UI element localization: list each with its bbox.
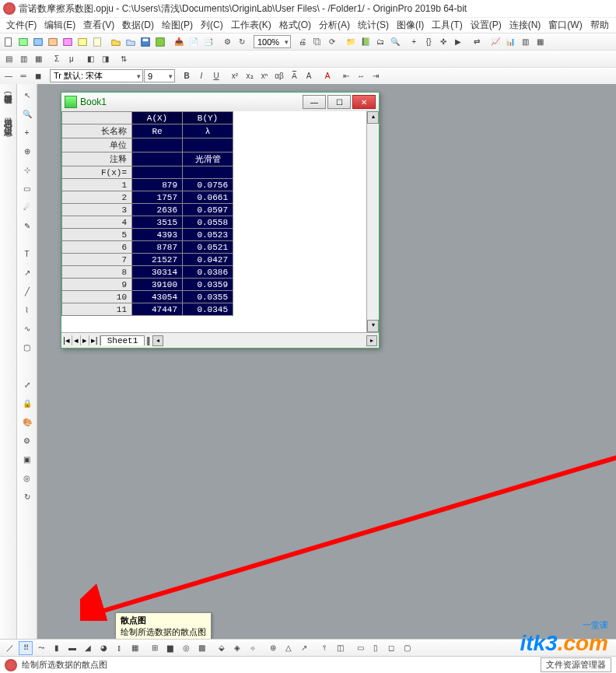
new-excel-icon[interactable]: [31, 35, 45, 49]
superscript-icon[interactable]: x²: [228, 69, 242, 83]
template-icon[interactable]: ▣: [19, 451, 35, 467]
hscroll-right[interactable]: ▸: [366, 335, 377, 346]
menu-column[interactable]: 列(C): [198, 19, 226, 32]
close-button[interactable]: ✕: [352, 95, 376, 109]
save-icon[interactable]: [138, 35, 152, 49]
status-field[interactable]: 文件资源管理器: [541, 657, 611, 672]
new-workbook-icon[interactable]: [16, 35, 30, 49]
open-template-icon[interactable]: [124, 35, 138, 49]
menu-connectivity[interactable]: 连接(N): [506, 19, 544, 32]
data-highlighter-icon[interactable]: ☄: [19, 199, 35, 215]
import-multi-icon[interactable]: 📑: [201, 35, 215, 49]
zoom-combo[interactable]: 100%: [254, 35, 291, 48]
bold-button[interactable]: B: [180, 69, 194, 83]
fill-color-icon[interactable]: ◼: [31, 69, 45, 83]
menu-format[interactable]: 格式(O): [276, 19, 314, 32]
batch-process-icon[interactable]: ⚙: [220, 35, 234, 49]
stat-box-icon[interactable]: ⊞: [148, 641, 162, 655]
book-organizer-icon[interactable]: 📗: [359, 35, 373, 49]
selection-mask-icon[interactable]: ▭: [19, 181, 35, 196]
menu-analysis[interactable]: 分析(A): [316, 19, 353, 32]
vertical-scrollbar[interactable]: [366, 111, 379, 332]
refresh-icon[interactable]: ⟳: [325, 35, 339, 49]
transfer-icon[interactable]: ⇄: [470, 35, 484, 49]
draw-data-icon[interactable]: ✎: [19, 218, 35, 233]
row-1[interactable]: 1: [62, 179, 132, 191]
line-symbol-icon[interactable]: ⤳: [34, 641, 48, 655]
align-right-icon[interactable]: ⇥: [369, 69, 383, 83]
new-folder-icon[interactable]: 📁: [344, 35, 358, 49]
mask-icon[interactable]: ◧: [83, 52, 97, 66]
menu-tools[interactable]: 工具(T): [429, 19, 465, 32]
stats-plot-icon[interactable]: ▦: [533, 35, 547, 49]
recalculate-icon[interactable]: ↻: [235, 35, 249, 49]
line-tool-icon[interactable]: ╱: [19, 283, 35, 299]
decrease-font-icon[interactable]: A: [302, 69, 316, 83]
color-icon[interactable]: 🎨: [19, 414, 35, 429]
menu-help[interactable]: 帮助: [587, 19, 612, 32]
row-8[interactable]: 8: [62, 266, 132, 279]
workbook-titlebar[interactable]: Book1 — ☐ ✕: [61, 93, 379, 111]
digitizer-icon[interactable]: ✜: [436, 35, 450, 49]
sheet-tab[interactable]: Sheet1: [100, 335, 145, 345]
unmask-icon[interactable]: ◨: [98, 52, 112, 66]
3d-surface-icon[interactable]: ◈: [230, 641, 244, 655]
sheet-nav-first[interactable]: |◂: [61, 335, 72, 345]
menu-worksheet[interactable]: 工作表(K): [228, 19, 275, 32]
import-single-icon[interactable]: 📄: [187, 35, 201, 49]
row-7[interactable]: 7: [62, 254, 132, 266]
print-icon[interactable]: 🖨: [296, 35, 310, 49]
font-color-icon[interactable]: A: [320, 69, 334, 83]
bar-icon[interactable]: ▬: [65, 641, 79, 655]
gear-icon[interactable]: ⚙: [19, 433, 35, 448]
save-template-icon[interactable]: [153, 35, 167, 49]
add-column-icon[interactable]: +: [407, 35, 421, 49]
code-builder-icon[interactable]: {}: [422, 35, 436, 49]
menu-window[interactable]: 窗口(W): [545, 19, 585, 32]
region1-icon[interactable]: ▭: [353, 641, 367, 655]
sheet-nav-prev[interactable]: ◂: [72, 335, 81, 345]
subscript-icon[interactable]: x₂: [243, 69, 257, 83]
3d-bars-icon[interactable]: ⬙: [215, 641, 229, 655]
new-graph-icon[interactable]: [46, 35, 60, 49]
data-cursor-icon[interactable]: ⊹: [19, 162, 35, 177]
line-graph-icon[interactable]: ／: [3, 641, 17, 655]
text-tool-icon[interactable]: T: [19, 246, 35, 261]
col-a-header[interactable]: A(X): [132, 112, 183, 124]
sort-asc-icon[interactable]: ▤: [2, 52, 16, 66]
column-bar-icon[interactable]: ▮: [50, 641, 64, 655]
multi-panel-icon[interactable]: ▦: [128, 641, 142, 655]
hscroll-left[interactable]: ◂: [152, 335, 163, 346]
explorer-icon[interactable]: 🗂: [373, 35, 387, 49]
sheet-nav-next[interactable]: ▸: [81, 335, 89, 345]
region3-icon[interactable]: ◻: [384, 641, 398, 655]
menu-preferences[interactable]: 设置(P): [467, 19, 505, 32]
line-weight-icon[interactable]: ═: [16, 69, 30, 83]
3d-scatter-icon[interactable]: ⟐: [246, 641, 260, 655]
row-6[interactable]: 6: [62, 241, 132, 254]
greek-icon[interactable]: αβ: [272, 69, 286, 83]
zoom-pan-icon[interactable]: 🔍: [19, 106, 35, 121]
maximize-button[interactable]: ☐: [327, 95, 351, 109]
image-plot-icon[interactable]: ▩: [194, 641, 208, 655]
rectangle-tool-icon[interactable]: ▢: [19, 339, 35, 355]
workbook-window[interactable]: Book1 — ☐ ✕ A(X) B(Y) 长名称Reλ 单位 注释光滑管: [61, 92, 380, 349]
contour-icon[interactable]: ◎: [179, 641, 193, 655]
column-plot-icon[interactable]: ▥: [518, 35, 532, 49]
row-10[interactable]: 10: [62, 291, 132, 303]
line-plot-icon[interactable]: 📈: [488, 35, 502, 49]
menu-edit[interactable]: 编辑(E): [41, 19, 79, 32]
new-notes-icon[interactable]: [90, 35, 104, 49]
stats-column-icon[interactable]: Σ: [50, 52, 64, 66]
supersub-icon[interactable]: xⁿ: [257, 69, 271, 83]
meta-fx[interactable]: F(x)=: [62, 166, 132, 179]
row-4[interactable]: 4: [62, 216, 132, 229]
tab-project-explorer[interactable]: 项目管理器 (1): [2, 87, 14, 103]
align-center-icon[interactable]: ↔: [354, 69, 368, 83]
tab-hint-log[interactable]: 提示日志 (2): [2, 119, 14, 135]
template-library-icon[interactable]: ◫: [333, 641, 347, 655]
meta-units[interactable]: 单位: [62, 138, 132, 152]
fontsize-combo[interactable]: 9: [144, 69, 175, 82]
menu-plot[interactable]: 绘图(P): [159, 19, 196, 32]
find-icon[interactable]: 🔍: [388, 35, 402, 49]
